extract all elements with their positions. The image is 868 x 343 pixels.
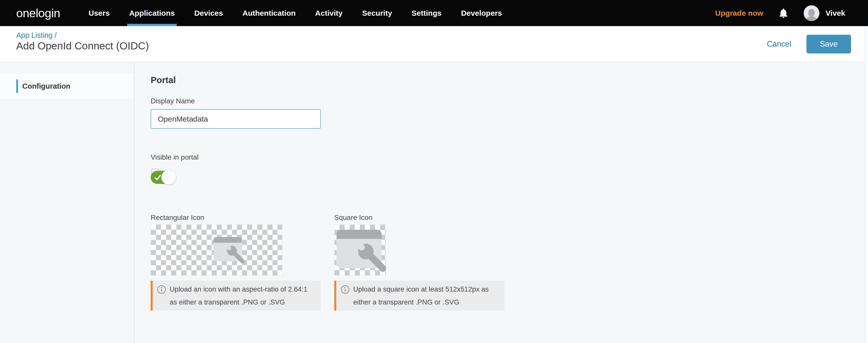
navbar-right: Upgrade now Vivek [715, 5, 868, 21]
visible-in-portal-label: Visible in portal [151, 153, 198, 161]
nav-item-users[interactable]: Users [89, 0, 110, 26]
nav-item-authentication[interactable]: Authentication [243, 0, 296, 26]
sidebar: Configuration [0, 62, 134, 343]
square-icon-upload[interactable] [334, 224, 386, 276]
app-root: onelogin Users Applications Devices Auth… [0, 0, 868, 343]
sidebar-item-label: Configuration [22, 82, 70, 90]
checkmark-icon [154, 174, 161, 181]
display-name-label: Display Name [151, 97, 195, 105]
scrollbar-track[interactable] [864, 26, 868, 343]
bell-icon[interactable] [778, 7, 789, 19]
active-indicator [16, 79, 18, 93]
upgrade-now-link[interactable]: Upgrade now [715, 9, 763, 18]
square-icon-label: Square Icon [334, 213, 372, 222]
onelogin-logo[interactable]: onelogin [16, 6, 60, 20]
primary-nav: Users Applications Devices Authenticatio… [89, 0, 522, 26]
visible-in-portal-toggle[interactable] [151, 169, 177, 184]
sidebar-item-configuration[interactable]: Configuration [0, 74, 134, 99]
save-button[interactable]: Save [806, 35, 851, 53]
nav-item-applications[interactable]: Applications [129, 0, 175, 26]
square-icon-info: Upload a square icon at least 512x512px … [334, 281, 504, 311]
info-circle-icon [157, 285, 166, 294]
rectangular-icon-info-text: Upload an icon with an aspect-ratio of 2… [169, 283, 315, 309]
nav-item-security[interactable]: Security [362, 0, 392, 26]
user-name[interactable]: Vivek [826, 9, 845, 18]
nav-item-activity[interactable]: Activity [315, 0, 343, 26]
app-window-wrench-icon [212, 234, 245, 266]
section-title-portal: Portal [151, 75, 176, 85]
display-name-input[interactable] [151, 109, 321, 129]
app-window-wrench-icon [335, 225, 386, 275]
toggle-knob [161, 170, 176, 185]
breadcrumb[interactable]: App Listing / [16, 31, 57, 39]
content-area: Configuration Portal Display Name Visibl… [0, 62, 868, 343]
rectangular-icon-upload[interactable] [151, 224, 282, 276]
cancel-button[interactable]: Cancel [767, 39, 792, 49]
top-navbar: onelogin Users Applications Devices Auth… [0, 0, 868, 26]
page-header: App Listing / Add OpenId Connect (OIDC) … [0, 26, 868, 62]
page-title: Add OpenId Connect (OIDC) [16, 40, 149, 52]
header-actions: Cancel Save [767, 26, 851, 62]
nav-item-developers[interactable]: Developers [461, 0, 502, 26]
nav-item-devices[interactable]: Devices [194, 0, 223, 26]
nav-item-settings[interactable]: Settings [411, 0, 441, 26]
user-avatar[interactable] [804, 5, 819, 21]
avatar-person-icon [808, 9, 815, 17]
rectangular-icon-label: Rectangular Icon [151, 213, 204, 222]
square-icon-info-text: Upload a square icon at least 512x512px … [353, 283, 499, 309]
rectangular-icon-info: Upload an icon with an aspect-ratio of 2… [151, 281, 321, 311]
info-circle-icon [341, 285, 349, 294]
